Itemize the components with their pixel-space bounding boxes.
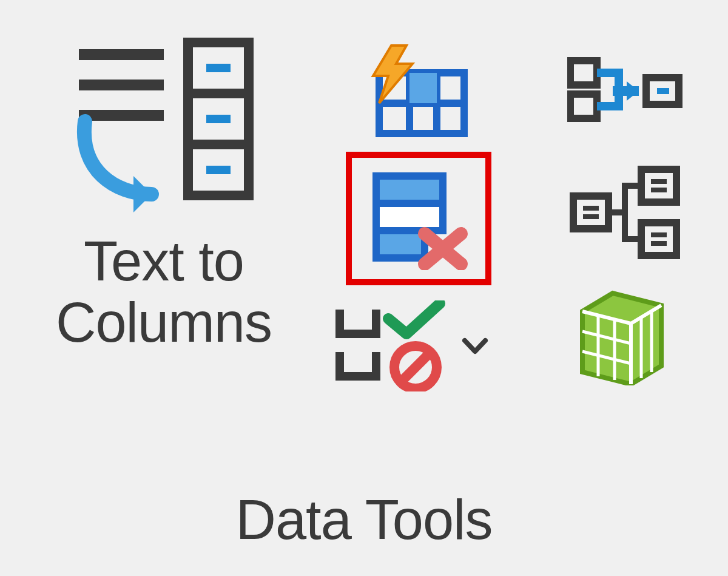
ribbon-group-title: Data Tools <box>0 488 728 552</box>
svg-rect-17 <box>376 203 443 231</box>
svg-marker-3 <box>133 176 152 212</box>
svg-rect-24 <box>570 94 597 118</box>
svg-line-22 <box>402 353 430 381</box>
remove-duplicates-button[interactable] <box>346 152 491 285</box>
ribbon-column-2 <box>552 30 698 395</box>
flash-fill-icon <box>367 42 470 140</box>
text-to-columns-label: Text to Columns <box>56 231 272 353</box>
consolidate-icon <box>567 55 682 127</box>
svg-rect-31 <box>641 223 676 256</box>
svg-marker-38 <box>582 293 661 384</box>
text-to-columns-button[interactable]: Text to Columns <box>24 30 303 353</box>
svg-rect-18 <box>376 231 425 258</box>
svg-rect-30 <box>641 169 676 202</box>
data-validation-icon <box>334 300 449 391</box>
relationships-icon <box>567 161 682 264</box>
manage-data-model-icon <box>573 282 676 385</box>
relationships-button[interactable] <box>552 152 698 273</box>
chevron-down-icon[interactable] <box>461 332 489 360</box>
svg-rect-16 <box>376 176 443 203</box>
manage-data-model-button[interactable] <box>552 273 698 395</box>
ribbon-group-body: Text to Columns <box>24 30 704 407</box>
ribbon-group-data-tools: Text to Columns <box>0 0 728 576</box>
consolidate-button[interactable] <box>552 30 698 152</box>
flash-fill-button[interactable] <box>346 30 491 152</box>
ribbon-column-1 <box>322 30 516 407</box>
svg-rect-29 <box>573 196 608 229</box>
data-validation-button[interactable] <box>334 285 516 407</box>
svg-marker-28 <box>627 81 639 101</box>
remove-duplicates-icon <box>367 167 470 270</box>
svg-rect-23 <box>570 61 597 85</box>
text-to-columns-icon <box>61 30 267 212</box>
svg-rect-14 <box>410 73 437 103</box>
